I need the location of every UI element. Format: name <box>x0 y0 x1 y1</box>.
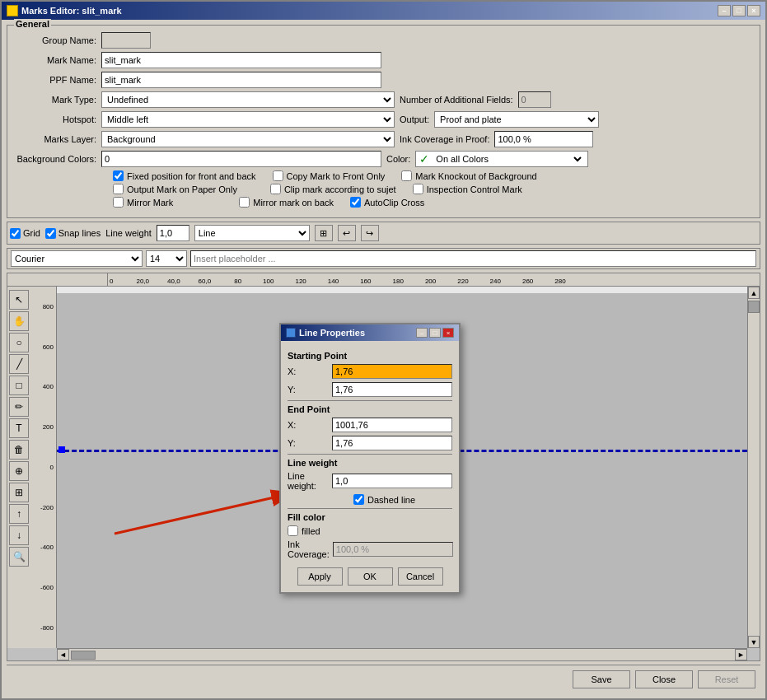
bg-colors-label: Background Colors: <box>14 154 96 164</box>
mark-name-input[interactable] <box>101 52 381 68</box>
ruler-tick-140: 140 <box>328 278 339 285</box>
bg-colors-input[interactable] <box>101 151 381 167</box>
grid-checkbox[interactable] <box>10 228 21 239</box>
inspection-checkbox[interactable] <box>413 184 423 194</box>
delete-tool[interactable]: 🗑 <box>9 440 29 460</box>
start-y-input[interactable] <box>332 382 452 397</box>
start-x-input[interactable] <box>332 364 452 379</box>
group-name-input[interactable] <box>101 32 151 49</box>
ellipse-tool[interactable]: ○ <box>9 333 29 352</box>
zoom-in-tool[interactable]: ⊞ <box>9 483 29 502</box>
grid-checkbox-label[interactable]: Grid <box>10 228 40 239</box>
zoom-tool[interactable]: 🔍 <box>9 547 29 567</box>
rect-tool[interactable]: □ <box>9 376 29 395</box>
copy-mark-front-checkbox-label[interactable]: Copy Mark to Front Only <box>273 170 386 181</box>
dashed-checkbox-label[interactable]: Dashed line <box>353 494 415 505</box>
divider-3 <box>288 508 452 509</box>
mark-name-row: Mark Name: <box>14 52 753 68</box>
snap-checkbox[interactable] <box>45 228 56 239</box>
save-button[interactable]: Save <box>573 670 630 688</box>
cancel-button[interactable]: Cancel <box>398 567 443 586</box>
placeholder-input[interactable] <box>190 250 756 267</box>
output-paper-checkbox-label[interactable]: Output Mark on Paper Only <box>113 184 237 194</box>
shape-select[interactable]: Line <box>194 225 310 241</box>
line-weight-input[interactable] <box>157 225 189 241</box>
scroll-thumb-h[interactable] <box>71 651 96 660</box>
end-y-input[interactable] <box>332 436 452 450</box>
close-button[interactable]: × <box>747 5 760 16</box>
output-select[interactable]: Proof and plate <box>434 111 599 128</box>
pencil-tool[interactable]: ✏ <box>9 397 29 417</box>
dashed-checkbox[interactable] <box>353 494 364 505</box>
rotate-tool[interactable]: ⊕ <box>9 461 29 481</box>
ok-button[interactable]: OK <box>348 567 393 586</box>
mirror-mark-checkbox-label[interactable]: Mirror Mark <box>113 197 173 208</box>
ppf-name-row: PPF Name: <box>14 72 753 88</box>
horizontal-scrollbar[interactable]: ◄ ► <box>57 648 747 660</box>
redo-btn[interactable]: ↪ <box>361 225 379 241</box>
inspection-label: Inspection Control Mark <box>427 184 522 194</box>
autoclip-checkbox[interactable] <box>350 197 361 208</box>
scroll-thumb-v[interactable] <box>748 301 760 313</box>
dialog-line-weight-input[interactable] <box>332 474 452 488</box>
close-main-button[interactable]: Close <box>635 670 693 688</box>
end-y-label: Y: <box>288 438 329 448</box>
output-paper-checkbox[interactable] <box>113 184 124 194</box>
scroll-up-btn[interactable]: ▲ <box>748 287 760 299</box>
mark-knockout-checkbox[interactable] <box>401 170 412 181</box>
ppf-name-input[interactable] <box>101 72 381 88</box>
marks-layer-select[interactable]: Background <box>101 131 395 147</box>
line-tool[interactable]: ╱ <box>9 354 29 374</box>
vruler-0: 0 <box>50 464 54 471</box>
ruler-tick-0: 0 <box>110 278 113 285</box>
checkbox-line-3: Mirror Mark Mirror mark on back AutoClip… <box>113 197 753 208</box>
dialog-max-btn[interactable]: □ <box>429 328 441 338</box>
mark-knockout-checkbox-label[interactable]: Mark Knockout of Background <box>401 170 536 181</box>
scroll-right-btn[interactable]: ► <box>735 649 747 660</box>
vruler-800: 800 <box>43 303 54 310</box>
copy-mark-front-checkbox[interactable] <box>273 170 283 181</box>
scroll-left-btn[interactable]: ◄ <box>57 649 69 660</box>
fixed-position-checkbox-label[interactable]: Fixed position for front and back <box>113 170 256 181</box>
color-select[interactable]: On all Colors <box>433 153 584 165</box>
move-up-tool[interactable]: ↑ <box>9 504 29 524</box>
hotspot-select[interactable]: Middle left <box>101 111 395 128</box>
filled-checkbox[interactable] <box>288 525 298 536</box>
autoclip-checkbox-label[interactable]: AutoClip Cross <box>350 197 424 208</box>
fixed-position-checkbox[interactable] <box>113 170 124 181</box>
reset-button[interactable]: Reset <box>698 670 755 688</box>
color-label: Color: <box>386 154 410 164</box>
apply-button[interactable]: Apply <box>297 567 343 586</box>
mark-name-label: Mark Name: <box>14 55 96 65</box>
font-size-select[interactable]: 14 <box>146 250 187 267</box>
vertical-scrollbar[interactable]: ▲ ▼ <box>747 287 760 648</box>
maximize-button[interactable]: □ <box>732 5 746 16</box>
text-tool[interactable]: T <box>9 418 29 438</box>
minimize-button[interactable]: – <box>718 5 731 16</box>
dialog-title-text: Line Properties <box>299 328 365 338</box>
title-buttons: – □ × <box>718 5 760 16</box>
mirror-mark-checkbox[interactable] <box>113 197 124 208</box>
filled-checkbox-label[interactable]: filled <box>288 525 320 536</box>
mirror-back-checkbox[interactable] <box>239 197 250 208</box>
dialog-buttons: Apply OK Cancel <box>288 562 452 586</box>
filled-label: filled <box>302 526 320 536</box>
dialog-min-btn[interactable]: – <box>416 328 428 338</box>
scroll-down-btn[interactable]: ▼ <box>748 636 760 648</box>
font-select[interactable]: Courier <box>11 250 143 267</box>
vruler-m800: -800 <box>40 624 54 632</box>
end-x-input[interactable] <box>332 418 452 432</box>
shape-grid-btn[interactable]: ⊞ <box>315 225 333 241</box>
mirror-back-checkbox-label[interactable]: Mirror mark on back <box>239 197 334 208</box>
select-tool[interactable]: ↖ <box>9 290 29 310</box>
undo-btn[interactable]: ↩ <box>338 225 356 241</box>
dialog-close-btn[interactable]: × <box>442 328 454 338</box>
snap-checkbox-label[interactable]: Snap lines <box>45 228 101 239</box>
clip-sujet-checkbox[interactable] <box>270 184 281 194</box>
clip-sujet-checkbox-label[interactable]: Clip mark according to sujet <box>270 184 396 194</box>
ink-coverage-input[interactable] <box>494 131 593 147</box>
hand-tool[interactable]: ✋ <box>9 311 29 331</box>
mark-type-select[interactable]: Undefined <box>101 91 395 108</box>
move-down-tool[interactable]: ↓ <box>9 525 29 545</box>
inspection-checkbox-label[interactable]: Inspection Control Mark <box>413 184 522 194</box>
